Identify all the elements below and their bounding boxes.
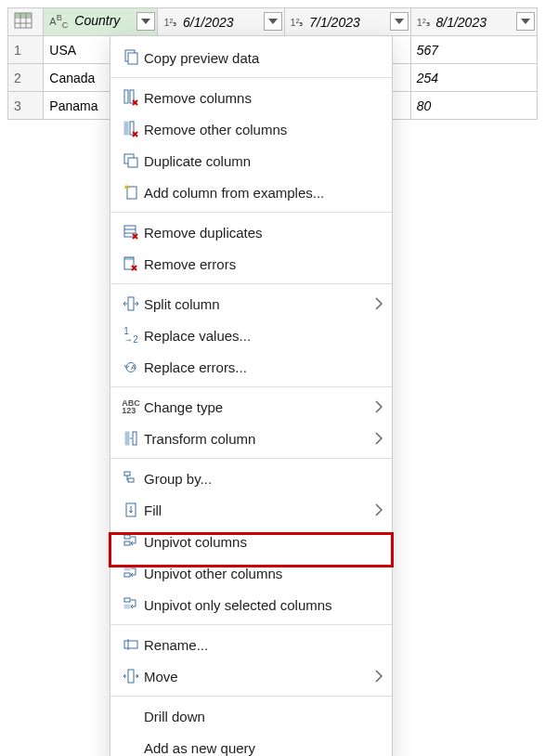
chevron-down-icon [268,19,278,24]
duplicate-icon [118,150,144,172]
remove-other-columns-icon [118,118,144,140]
svg-rect-32 [124,605,130,608]
filter-dropdown[interactable] [516,12,535,31]
remove-columns-icon [118,86,144,109]
svg-rect-8 [124,90,128,103]
replace-errors-icon: A [118,356,144,378]
menu-unpivot-columns[interactable]: Unpivot columns [110,526,392,557]
text-type-icon: ABC [49,16,68,27]
add-from-examples-icon [118,181,144,203]
svg-rect-22 [125,432,129,445]
filter-dropdown[interactable] [264,12,282,31]
menu-label: Group by... [144,471,383,487]
number-type-icon: 1²₃ [163,17,176,28]
group-by-icon [118,467,144,489]
menu-label: Move [144,669,375,684]
menu-label: Remove duplicates [144,225,383,241]
menu-separator [110,283,392,284]
chevron-right-icon [375,297,383,310]
replace-values-icon: 1→2 [118,324,144,346]
column-context-menu: Copy preview data Remove columns Remove … [110,35,393,756]
menu-add-as-new-query[interactable]: Add as new query [110,732,392,756]
menu-unpivot-only-selected[interactable]: Unpivot only selected columns [110,589,392,620]
menu-group-by[interactable]: Group by... [110,463,392,494]
unpivot-selected-icon [118,593,144,616]
menu-unpivot-other-columns[interactable]: Unpivot other columns [110,557,392,589]
table-icon [14,12,32,29]
chevron-down-icon [141,19,150,24]
unpivot-other-icon [118,562,144,584]
cell-value: 567 [410,36,537,64]
transform-column-icon [118,427,144,450]
change-type-icon: ABC123 [118,396,144,418]
svg-rect-24 [124,472,130,476]
menu-label: Copy preview data [144,50,383,66]
menu-drill-down[interactable]: Drill down [110,700,392,732]
svg-rect-35 [128,670,134,683]
menu-label: Replace values... [144,328,383,344]
svg-rect-25 [128,478,134,482]
menu-duplicate-column[interactable]: Duplicate column [110,145,392,176]
menu-separator [110,212,392,213]
menu-label: Unpivot only selected columns [144,597,383,613]
copy-icon [118,46,144,69]
menu-move[interactable]: Move [110,660,392,692]
column-name: 8/1/2023 [435,15,487,30]
column-name: 7/1/2023 [309,15,360,30]
menu-replace-errors[interactable]: A Replace errors... [110,351,392,383]
filter-dropdown[interactable] [390,12,409,31]
menu-label: Drill down [144,709,383,724]
menu-add-column-from-examples[interactable]: Add column from examples... [110,176,392,208]
svg-rect-30 [124,573,130,577]
menu-remove-errors[interactable]: Remove errors [110,248,392,280]
svg-rect-28 [124,541,130,545]
menu-rename[interactable]: Rename... [110,629,392,660]
row-index: 3 [8,92,44,120]
split-column-icon [118,293,144,315]
column-header-7-1-2023[interactable]: 1²₃ 7/1/2023 [284,8,410,36]
menu-label: Fill [144,502,375,518]
unpivot-icon [118,530,144,553]
menu-copy-preview-data[interactable]: Copy preview data [110,42,392,73]
menu-fill[interactable]: Fill [110,494,392,526]
rename-icon [118,633,144,656]
svg-rect-14 [127,187,136,199]
chevron-right-icon [375,503,383,516]
svg-rect-20 [128,297,134,310]
svg-rect-29 [124,567,130,570]
menu-separator [110,624,392,625]
column-header-8-1-2023[interactable]: 1²₃ 8/1/2023 [410,8,537,36]
menu-label: Duplicate column [144,153,383,169]
menu-remove-other-columns[interactable]: Remove other columns [110,113,392,145]
menu-label: Unpivot other columns [144,566,383,581]
filter-dropdown[interactable] [136,12,155,31]
menu-transform-column[interactable]: Transform column [110,423,392,454]
menu-label: Rename... [144,637,383,653]
svg-rect-5 [15,13,32,17]
select-all-corner[interactable] [8,8,44,36]
svg-rect-31 [124,598,130,602]
menu-remove-columns[interactable]: Remove columns [110,82,392,113]
chevron-right-icon [375,400,383,413]
number-type-icon: 1²₃ [291,17,304,28]
row-index: 1 [8,36,44,64]
menu-separator [110,696,392,697]
menu-label: Remove other columns [144,122,383,137]
svg-rect-19 [124,257,134,260]
menu-separator [110,386,392,387]
column-header-6-1-2023[interactable]: 1²₃ 6/1/2023 [158,8,284,36]
move-icon [118,665,144,687]
column-name: 6/1/2023 [183,15,234,30]
svg-rect-10 [124,122,128,135]
blank-icon [118,736,144,756]
menu-replace-values[interactable]: 1→2 Replace values... [110,319,392,351]
menu-remove-duplicates[interactable]: Remove duplicates [110,216,392,248]
column-header-country[interactable]: ABC Country [44,8,158,36]
menu-change-type[interactable]: ABC123 Change type [110,391,392,423]
remove-errors-icon [118,253,144,275]
chevron-down-icon [521,19,530,24]
cell-value: 254 [410,64,537,92]
menu-split-column[interactable]: Split column [110,288,392,319]
menu-label: Transform column [144,431,375,447]
menu-label: Unpivot columns [144,534,383,550]
